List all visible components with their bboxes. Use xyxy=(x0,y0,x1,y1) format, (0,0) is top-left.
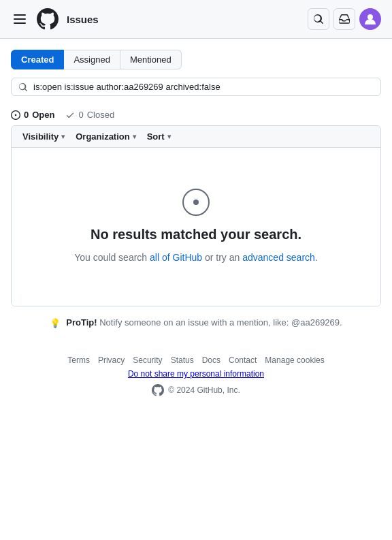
chevron-down-icon: ▾ xyxy=(133,133,136,140)
footer-link-do-not-share[interactable]: Do not share my personal information xyxy=(128,369,264,379)
header-left: Issues xyxy=(11,8,299,30)
open-status[interactable]: 0 Open xyxy=(11,110,54,120)
protip-section: 💡 ProTip! Notify someone on an issue wit… xyxy=(11,306,381,339)
chevron-down-icon: ▾ xyxy=(167,133,171,140)
footer-link-privacy[interactable]: Privacy xyxy=(98,355,125,365)
svg-point-0 xyxy=(368,14,373,20)
empty-state-description: You could search all of GitHub or try an… xyxy=(74,251,318,265)
footer-link-security[interactable]: Security xyxy=(133,355,162,365)
tab-created[interactable]: Created xyxy=(11,50,64,69)
footer-link-manage-cookies[interactable]: Manage cookies xyxy=(265,355,324,365)
page-title: Issues xyxy=(67,14,99,25)
tab-mentioned[interactable]: Mentioned xyxy=(120,50,182,69)
footer-link-status[interactable]: Status xyxy=(171,355,194,365)
lightbulb-icon: 💡 xyxy=(50,318,61,328)
issue-tabs: Created Assigned Mentioned xyxy=(11,50,381,69)
advanced-search-link[interactable]: advanced search xyxy=(242,252,315,263)
github-footer-logo-icon xyxy=(152,384,164,396)
footer-logo: © 2024 GitHub, Inc. xyxy=(11,384,381,396)
empty-state-title: No results matched your search. xyxy=(91,227,301,242)
footer: Terms Privacy Security Status Docs Conta… xyxy=(0,339,392,407)
inbox-button[interactable] xyxy=(333,8,355,30)
closed-count: 0 xyxy=(78,110,83,120)
github-logo-icon[interactable] xyxy=(37,8,59,30)
filter-bar: Visibility ▾ Organization ▾ Sort ▾ xyxy=(12,126,380,148)
closed-status[interactable]: 0 Closed xyxy=(65,110,114,120)
hamburger-icon[interactable] xyxy=(11,12,29,27)
empty-state: No results matched your search. You coul… xyxy=(12,148,380,306)
open-label: Open xyxy=(32,110,54,120)
search-button[interactable] xyxy=(308,8,329,30)
footer-secondary: Do not share my personal information xyxy=(11,369,381,379)
tab-assigned[interactable]: Assigned xyxy=(64,50,120,69)
open-count: 0 xyxy=(24,110,29,120)
search-icon xyxy=(18,82,28,92)
visibility-filter[interactable]: Visibility ▾ xyxy=(22,131,65,142)
chevron-down-icon: ▾ xyxy=(61,133,65,140)
all-github-link[interactable]: all of GitHub xyxy=(150,252,202,263)
footer-copyright: © 2024 GitHub, Inc. xyxy=(168,385,240,395)
empty-state-icon xyxy=(182,189,210,216)
closed-label: Closed xyxy=(87,110,114,120)
issues-container: Visibility ▾ Organization ▾ Sort ▾ No re… xyxy=(11,125,381,306)
search-bar xyxy=(11,78,381,96)
sort-filter[interactable]: Sort ▾ xyxy=(147,131,171,142)
footer-links: Terms Privacy Security Status Docs Conta… xyxy=(11,355,381,365)
footer-link-docs[interactable]: Docs xyxy=(202,355,220,365)
header-icons xyxy=(308,8,381,30)
user-avatar[interactable] xyxy=(359,8,381,30)
main-content: Created Assigned Mentioned 0 Open 0 Clos… xyxy=(0,39,392,339)
status-bar: 0 Open 0 Closed xyxy=(11,104,381,125)
open-issue-icon xyxy=(11,110,20,120)
protip-text: ProTip! Notify someone on an issue with … xyxy=(66,317,342,328)
footer-link-terms[interactable]: Terms xyxy=(67,355,90,365)
header: Issues xyxy=(0,0,392,39)
organization-filter[interactable]: Organization ▾ xyxy=(76,131,135,142)
closed-issue-icon xyxy=(65,110,75,120)
footer-link-contact[interactable]: Contact xyxy=(229,355,257,365)
search-input[interactable] xyxy=(33,82,374,92)
